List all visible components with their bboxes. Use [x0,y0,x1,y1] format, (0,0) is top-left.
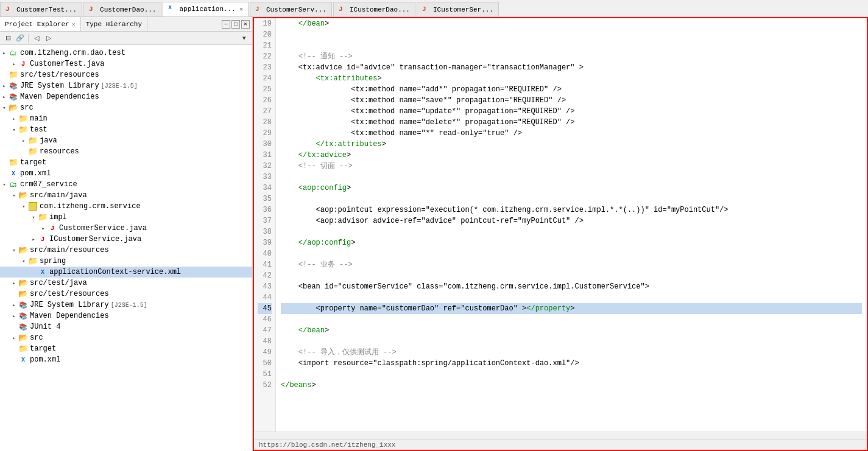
tree-item[interactable]: ▸📂src/test/java [0,278,252,288]
tree-item[interactable]: ▸📁main [0,113,252,124]
tab-label: CustomerDao... [100,6,156,13]
code-line: </tx:advice> [281,150,862,161]
editor-content[interactable]: 1920212223242526272829303132333435363738… [254,18,867,432]
java-icon: J [5,5,14,14]
code-line [281,40,862,51]
tree-item[interactable]: XapplicationContext-service.xml [0,267,252,278]
tree-toggle-icon[interactable]: ▸ [0,94,9,100]
tree-item[interactable]: ▸📚Maven Dependencies [0,310,252,321]
tree-node-label: src/main/java [30,191,87,200]
line-number: 29 [258,128,272,139]
code-line [281,172,862,183]
tree-item[interactable]: 📚JUnit 4 [0,321,252,332]
panel-tab-close[interactable]: ✕ [72,21,76,28]
view-menu-button[interactable]: ▾ [239,33,250,44]
close-panel-button[interactable]: ✕ [241,20,250,29]
line-number: 40 [258,248,272,259]
tree-node-label: com.itzheng.crm.dao.test [20,49,125,57]
panel-tab-label: Project Explorer [5,21,69,28]
line-number: 34 [258,183,272,194]
tree-toggle-icon[interactable]: ▾ [10,192,18,199]
tab-customer-test[interactable]: J CustomerTest... [0,2,82,16]
minimize-button[interactable]: — [222,20,230,29]
collapse-all-button[interactable]: ⊟ [2,33,13,44]
tree-item[interactable]: 📁src/test/resources [0,69,252,80]
tree-item[interactable]: Xpom.xml [0,354,252,365]
tree-item[interactable]: 📂src/test/resources [0,288,252,299]
tree-node-icon: 📂 [9,103,18,113]
line-number: 41 [258,259,272,270]
tree-item[interactable]: 📁resources [0,146,252,157]
tree-node-label: Maven Dependencies [30,312,109,320]
tree-item[interactable]: ▾📁impl [0,212,252,223]
tree-toggle-icon[interactable]: ▸ [19,138,28,144]
tree-toggle-icon[interactable]: ▾ [19,203,28,210]
tree-toggle-icon[interactable]: ▸ [29,236,38,243]
line-number: 35 [258,194,272,205]
code-line: <property name="customerDao" ref="custom… [281,303,862,314]
tree-node-label: target [30,344,56,353]
tab-customer-dao[interactable]: J CustomerDao... [83,2,161,16]
tab-label: ICustomerDao... [350,6,410,13]
tab-customer-serv[interactable]: J CustomerServ... [250,2,332,16]
tree-item[interactable]: ▸📚Maven Dependencies [0,91,252,102]
forward-button[interactable]: ▷ [43,33,54,44]
tree-toggle-icon[interactable]: ▾ [0,105,9,111]
tree-item[interactable]: ▾🗂crm07_service [0,179,252,190]
tree-node-label: resources [40,147,79,156]
tree-toggle-icon[interactable]: ▾ [10,247,18,254]
tree-toggle-icon[interactable]: ▸ [10,280,18,287]
tree-toggle-icon[interactable]: ▸ [10,302,18,309]
maximize-button[interactable]: □ [231,20,240,29]
tab-icustomer-dao[interactable]: J ICustomerDao... [333,2,415,16]
tab-close-icon[interactable]: ✕ [239,5,243,13]
code-line: <aop:advisor advice-ref="advice" pointcu… [281,215,862,226]
horizontal-scrollbar[interactable] [254,432,867,439]
project-tree[interactable]: ▸🗂com.itzheng.crm.dao.test▸JCustomerTest… [0,45,252,451]
tree-toggle-icon[interactable]: ▾ [19,258,28,265]
tree-item[interactable]: ▸📂src [0,332,252,343]
tree-toggle-icon[interactable]: ▸ [10,116,18,122]
tree-item[interactable]: ▸📚JRE System Library [J2SE-1.5] [0,80,252,91]
tree-toggle-icon[interactable]: ▾ [29,214,38,221]
tree-toggle-icon[interactable]: ▸ [39,225,48,232]
tree-node-label: spring [40,257,66,265]
tree-item[interactable]: ▾📁spring [0,256,252,267]
tree-node-label: pom.xml [30,355,60,364]
tree-toggle-icon[interactable]: ▸ [0,83,9,89]
panel-tab-type-hierarchy[interactable]: Type Hierarchy [81,17,147,31]
tree-item[interactable]: ▸📁java [0,135,252,146]
line-number: 32 [258,161,272,172]
tree-toggle-icon[interactable]: ▸ [10,61,18,68]
tree-item[interactable]: ▸JCustomerService.java [0,223,252,234]
line-number: 46 [258,314,272,325]
tree-item[interactable]: ▾📁test [0,124,252,135]
code-line: <tx:method name="delete*" propagation="R… [281,117,862,128]
tree-toggle-icon[interactable]: ▸ [10,335,18,341]
tree-item[interactable]: ▾ com.itzheng.crm.service [0,201,252,212]
panel-tab-project-explorer[interactable]: Project Explorer ✕ [0,17,81,31]
tree-item[interactable]: Xpom.xml [0,168,252,179]
tree-item[interactable]: 📁target [0,343,252,354]
tree-node-icon: 📂 [18,245,28,255]
tree-toggle-icon[interactable]: ▾ [0,181,9,188]
code-line [281,369,862,380]
back-button[interactable]: ◁ [31,33,42,44]
tree-item[interactable]: ▸🗂com.itzheng.crm.dao.test [0,47,252,58]
code-area[interactable]: </bean> <!-- 通知 --> <tx:advice id="advic… [276,18,867,432]
tree-item[interactable]: ▸JICustomerService.java [0,234,252,245]
tree-item[interactable]: ▾📂src [0,102,252,113]
link-with-editor-button[interactable]: 🔗 [15,33,26,44]
tree-item[interactable]: ▸📚JRE System Library [J2SE-1.5] [0,299,252,310]
tree-toggle-icon[interactable]: ▸ [0,50,9,57]
tree-item[interactable]: ▸JCustomerTest.java [0,58,252,69]
tab-icustomer-ser[interactable]: J ICustomerSer... [417,2,499,16]
tree-item[interactable]: 📁target [0,157,252,168]
tree-node-label: test [30,125,48,134]
tree-toggle-icon[interactable]: ▸ [10,313,18,320]
tree-item[interactable]: ▾📂src/main/java [0,190,252,201]
tree-node-icon: 📁 [28,256,38,266]
tree-item[interactable]: ▾📂src/main/resources [0,245,252,256]
tab-application-xml[interactable]: X application... ✕ [163,2,248,16]
tree-toggle-icon[interactable]: ▾ [10,127,18,133]
